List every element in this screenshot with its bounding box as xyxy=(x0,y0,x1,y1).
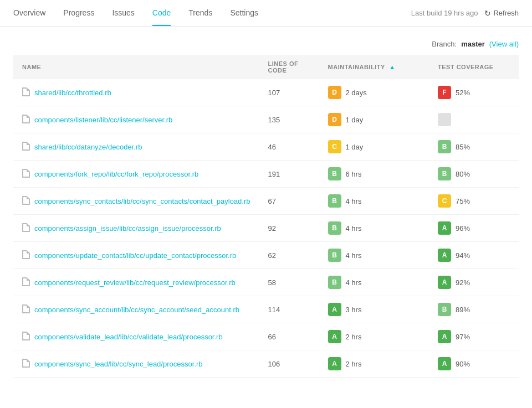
nav-settings[interactable]: Settings xyxy=(230,1,258,26)
branch-name: master xyxy=(461,40,485,48)
loc-value: 191 xyxy=(268,170,280,178)
nav-items: Overview Progress Issues Code Trends Set… xyxy=(13,1,411,26)
file-cell: components/validate_lead/lib/cc/validate… xyxy=(22,332,250,342)
nav-progress[interactable]: Progress xyxy=(63,1,94,26)
file-link[interactable]: components/assign_issue/lib/cc/assign_is… xyxy=(34,224,221,233)
table-row: components/request_review/lib/cc/request… xyxy=(13,269,519,296)
file-link[interactable]: components/fork_repo/lib/cc/fork_repo/pr… xyxy=(34,170,198,178)
test-pct: 90% xyxy=(456,360,470,368)
maint-badge: C xyxy=(328,140,341,153)
code-table: NAME LINES OF CODE MAINTAINABILITY ▲ TES… xyxy=(13,55,519,378)
table-header-row: NAME LINES OF CODE MAINTAINABILITY ▲ TES… xyxy=(13,55,519,79)
file-link[interactable]: components/sync_account/lib/cc/sync_acco… xyxy=(34,306,239,314)
test-pct: 94% xyxy=(456,251,470,260)
test-cell: A 92% xyxy=(438,276,510,289)
maint-cell: A 2 hrs xyxy=(328,357,420,370)
nav-right: Last build 19 hrs ago ↻ Refresh xyxy=(411,9,519,18)
col-loc: LINES OF CODE xyxy=(259,55,319,79)
nav-issues[interactable]: Issues xyxy=(112,1,134,26)
file-cell: components/assign_issue/lib/cc/assign_is… xyxy=(22,223,250,234)
maint-time: 6 hrs xyxy=(346,170,362,178)
file-link[interactable]: components/validate_lead/lib/cc/validate… xyxy=(34,333,223,341)
test-cell: A 96% xyxy=(438,221,510,235)
file-icon xyxy=(22,196,30,206)
maint-badge: B xyxy=(328,167,341,180)
test-cell: F 52% xyxy=(438,86,510,99)
maint-time: 2 hrs xyxy=(346,333,362,341)
file-icon xyxy=(22,87,30,98)
loc-value: 62 xyxy=(268,251,276,260)
maint-cell: D 2 days xyxy=(328,86,420,99)
test-badge: A xyxy=(438,357,451,370)
nav-trends[interactable]: Trends xyxy=(188,1,212,26)
maint-cell: A 2 hrs xyxy=(328,330,420,343)
table-row: components/validate_lead/lib/cc/validate… xyxy=(13,323,519,350)
maint-cell: C 1 day xyxy=(328,140,420,153)
table-row: components/assign_issue/lib/cc/assign_is… xyxy=(13,215,519,242)
nav-overview[interactable]: Overview xyxy=(13,1,45,26)
file-icon xyxy=(22,250,30,261)
table-row: components/sync_lead/lib/cc/sync_lead/pr… xyxy=(13,350,519,378)
maint-badge: B xyxy=(328,249,341,262)
maint-badge: B xyxy=(328,221,341,235)
file-cell: shared/lib/cc/throttled.rb xyxy=(22,87,250,98)
test-cell: B 89% xyxy=(438,303,510,316)
maint-time: 4 hrs xyxy=(346,197,362,205)
branch-label: Branch: xyxy=(432,40,457,48)
test-badge: C xyxy=(438,194,451,208)
loc-value: 106 xyxy=(268,360,280,368)
file-link[interactable]: components/listener/lib/cc/listener/serv… xyxy=(34,116,172,124)
maint-cell: B 4 hrs xyxy=(328,276,420,289)
refresh-button[interactable]: ↻ Refresh xyxy=(484,9,519,18)
test-cell: C 75% xyxy=(438,194,510,208)
loc-value: 58 xyxy=(268,278,276,287)
file-link[interactable]: shared/lib/cc/throttled.rb xyxy=(34,89,111,97)
test-cell xyxy=(438,113,510,126)
col-maint[interactable]: MAINTAINABILITY ▲ xyxy=(319,55,429,79)
maint-cell: A 3 hrs xyxy=(328,303,420,316)
test-pct: 89% xyxy=(456,306,470,314)
file-icon xyxy=(22,304,30,315)
file-icon xyxy=(22,169,30,179)
test-pct: 96% xyxy=(456,224,470,233)
maint-time: 1 day xyxy=(346,116,364,124)
table-row: components/update_contact/lib/cc/update_… xyxy=(13,242,519,269)
maint-time: 3 hrs xyxy=(346,306,362,314)
test-pct: 75% xyxy=(456,197,470,205)
file-icon xyxy=(22,359,30,369)
table-row: components/sync_account/lib/cc/sync_acco… xyxy=(13,296,519,323)
maint-time: 4 hrs xyxy=(346,251,362,260)
maint-badge: D xyxy=(328,113,341,126)
view-all-link[interactable]: (View all) xyxy=(489,40,519,48)
maint-badge: D xyxy=(328,86,341,99)
test-pct: 80% xyxy=(456,170,470,178)
test-cell: A 97% xyxy=(438,330,510,343)
file-cell: components/listener/lib/cc/listener/serv… xyxy=(22,115,250,125)
loc-value: 66 xyxy=(268,333,276,341)
file-icon xyxy=(22,332,30,342)
maint-time: 1 day xyxy=(346,143,364,151)
file-link[interactable]: components/request_review/lib/cc/request… xyxy=(34,278,236,287)
file-link[interactable]: components/sync_contacts/lib/cc/sync_con… xyxy=(34,197,250,205)
loc-value: 114 xyxy=(268,306,280,314)
maint-cell: B 4 hrs xyxy=(328,221,420,235)
file-cell: components/sync_account/lib/cc/sync_acco… xyxy=(22,304,250,315)
last-build-text: Last build 19 hrs ago xyxy=(411,9,478,17)
test-pct: 92% xyxy=(456,278,470,287)
file-link[interactable]: components/sync_lead/lib/cc/sync_lead/pr… xyxy=(34,360,203,368)
nav-code[interactable]: Code xyxy=(152,1,171,26)
table-row: components/listener/lib/cc/listener/serv… xyxy=(13,106,519,133)
loc-value: 92 xyxy=(268,224,276,233)
table-row: shared/lib/cc/throttled.rb 107 D 2 days … xyxy=(13,79,519,106)
file-link[interactable]: components/update_contact/lib/cc/update_… xyxy=(34,251,236,260)
navigation: Overview Progress Issues Code Trends Set… xyxy=(0,0,532,27)
maint-time: 4 hrs xyxy=(346,224,362,233)
test-cell: B 80% xyxy=(438,167,510,180)
test-pct: 85% xyxy=(456,143,470,151)
file-cell: shared/lib/cc/datanyze/decoder.rb xyxy=(22,142,250,152)
test-pct: 52% xyxy=(456,89,470,97)
maint-badge: A xyxy=(328,303,341,316)
loc-value: 135 xyxy=(268,116,280,124)
file-link[interactable]: shared/lib/cc/datanyze/decoder.rb xyxy=(34,143,142,151)
test-badge: A xyxy=(438,221,451,235)
